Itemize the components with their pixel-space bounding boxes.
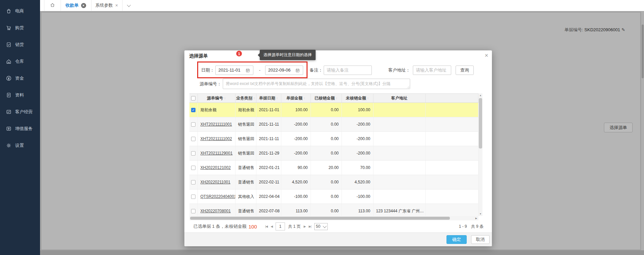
search-button[interactable]: 查询: [456, 66, 474, 75]
first-page-icon[interactable]: |◀: [265, 225, 267, 228]
tab-system-params[interactable]: 系统参数×: [91, 0, 122, 11]
tab-close-icon[interactable]: ×: [81, 3, 86, 8]
row-checkbox[interactable]: [191, 137, 195, 141]
sidebar-item-label: 购货: [15, 25, 24, 31]
row-checkbox-checked[interactable]: ✓: [191, 108, 195, 112]
sidebar-item-funds[interactable]: 资金: [0, 70, 40, 87]
remark-placeholder: 请输入备注: [327, 66, 349, 75]
source-doc-row[interactable]: XH20220211001普通销售2022-02-114,520.000.004…: [189, 175, 478, 189]
sidebar-menu: 电商购货销货仓库资金资料客户经营增值服务设置: [0, 0, 40, 154]
sort-arrow-icon[interactable]: ↑: [253, 96, 255, 100]
pagination: |◀ ◀ 1 共 1 页 ▶ ▶| 50: [265, 220, 328, 232]
source-doc-code[interactable]: XHT20211111001: [201, 122, 232, 127]
remark-filter-label: 备注：: [310, 66, 323, 75]
source-doc-row[interactable]: QTSR20220404001其他收入2022-04-04-100.000.00…: [189, 189, 478, 204]
scrollbar-thumb[interactable]: [479, 98, 482, 148]
page-size-value: 50: [316, 224, 320, 229]
cancel-button[interactable]: 取消: [471, 235, 490, 244]
column-header[interactable]: 单据金额↑: [281, 94, 311, 103]
source-no-placeholder: 将word excel txt文档中的单号复制粘贴到此处，支持以【空格、逗号、分…: [226, 79, 390, 89]
sidebar-item-value-added[interactable]: 增值服务: [0, 120, 40, 137]
home-tab-button[interactable]: [44, 0, 61, 11]
sort-arrow-icon[interactable]: ↑: [336, 96, 337, 100]
source-doc-row[interactable]: XH20220708001普通销售2022-07-08113.000.00113…: [189, 204, 478, 217]
source-doc-table: 源单编号↑业务类别↑单据日期↑单据金额↑已核销金额↑未核销金额↑客户地址 ✓期初…: [189, 93, 478, 216]
sidebar-item-label: 销货: [15, 42, 24, 48]
source-doc-code[interactable]: XHT20211129001: [201, 151, 233, 156]
calendar-icon[interactable]: [295, 68, 300, 73]
column-header[interactable]: 客户地址: [373, 94, 425, 103]
source-doc-row[interactable]: XHT20211111001销售退回2021-11-11-200.000.00-…: [189, 117, 478, 132]
remark-filter-input[interactable]: 请输入备注: [324, 66, 372, 75]
home-icon: [50, 2, 55, 9]
row-checkbox[interactable]: [191, 195, 195, 199]
row-checkbox[interactable]: [191, 151, 195, 156]
source-doc-code[interactable]: XH20220211001: [201, 180, 230, 184]
tab-list-dropdown[interactable]: [125, 0, 133, 11]
sidebar-item-customer-ops[interactable]: 客户经营: [0, 103, 40, 120]
sidebar-item-label: 仓库: [15, 58, 24, 65]
modal-close-icon[interactable]: ×: [485, 52, 488, 59]
select-all-checkbox[interactable]: [191, 96, 195, 100]
sort-arrow-icon[interactable]: ↑: [276, 96, 278, 100]
date-to-field[interactable]: 2022-09-06: [265, 66, 303, 75]
next-page-icon[interactable]: ▶: [304, 225, 306, 228]
prev-page-icon[interactable]: ◀: [271, 225, 273, 228]
row-checkbox[interactable]: [191, 166, 195, 170]
source-doc-code[interactable]: XH20220121002: [201, 165, 231, 170]
column-header[interactable]: 未核销金额↑: [342, 94, 373, 103]
sort-arrow-icon[interactable]: ↑: [367, 96, 369, 100]
date-from-value: 2021-11-01: [218, 66, 245, 75]
table-vertical-scrollbar[interactable]: ▲ ▼: [478, 93, 482, 216]
row-checkbox[interactable]: [191, 209, 195, 213]
row-checkbox[interactable]: [191, 180, 195, 184]
sidebar-item-label: 资料: [15, 92, 24, 98]
source-doc-row[interactable]: ✓期初余额期初余额2021-11-01100.000.00100.00: [189, 103, 478, 117]
page-size-select[interactable]: 50: [314, 223, 328, 230]
column-header[interactable]: 业务类别↑: [235, 94, 256, 103]
date-from-field[interactable]: 2021-11-01: [215, 66, 253, 75]
value-added-icon: [6, 126, 12, 132]
sidebar-item-data[interactable]: 资料: [0, 87, 40, 103]
source-doc-code[interactable]: XH20220708001: [201, 209, 231, 213]
sidebar-item-ecommerce[interactable]: 电商: [0, 3, 40, 19]
source-doc-row[interactable]: XH20220121002普通销售2022-01-2190.0020.0070.…: [189, 161, 478, 175]
resize-handle[interactable]: [407, 86, 409, 88]
select-source-modal: 选择源单 × 日期： 2021-11-01 - 2022-09-06 备注： 请…: [184, 50, 492, 246]
column-header[interactable]: 单据日期↑: [256, 94, 281, 103]
source-doc-code[interactable]: XHT20211111002: [201, 136, 232, 141]
sidebar-item-sales[interactable]: 销货: [0, 36, 40, 53]
scroll-up-icon[interactable]: ▲: [478, 93, 482, 97]
sidebar-item-label: 客户经营: [15, 109, 33, 115]
sidebar-item-purchase[interactable]: 购货: [0, 19, 40, 36]
modal-button-bar: 确定 取消: [184, 232, 492, 246]
sidebar-item-settings[interactable]: 设置: [0, 137, 40, 154]
tab-close-icon[interactable]: ×: [115, 3, 118, 8]
column-header[interactable]: 源单编号↑: [198, 94, 235, 103]
source-doc-row[interactable]: XHT20211111002销售退回2021-11-11-200.000.00-…: [189, 132, 478, 146]
sidebar-item-warehouse[interactable]: 仓库: [0, 53, 40, 70]
sort-arrow-icon[interactable]: ↑: [303, 96, 305, 100]
source-doc-code[interactable]: QTSR20220404001: [201, 194, 236, 199]
selected-amount: 100: [248, 224, 257, 229]
address-placeholder: 请输入客户地址: [416, 66, 446, 75]
sort-arrow-icon[interactable]: ↑: [224, 96, 226, 100]
last-page-icon[interactable]: ▶|: [309, 225, 311, 228]
calendar-icon[interactable]: [245, 68, 250, 73]
scroll-down-icon[interactable]: ▼: [478, 212, 482, 216]
source-doc-row[interactable]: XHT20211129001销售退回2021-11-29-200.000.00-…: [189, 146, 478, 161]
customer-address-input[interactable]: 请输入客户地址: [413, 66, 451, 75]
sidebar-item-label: 资金: [15, 75, 24, 81]
page-number-input[interactable]: 1: [276, 222, 285, 230]
source-no-textarea[interactable]: 将word excel txt文档中的单号复制粘贴到此处，支持以【空格、逗号、分…: [223, 79, 410, 89]
record-range-info: 1 - 9 共 9 条: [459, 220, 484, 232]
column-header[interactable]: 已核销金额↑: [311, 94, 342, 103]
scroll-right-icon[interactable]: ▶: [474, 216, 478, 220]
scrollbar-thumb[interactable]: [190, 217, 450, 220]
table-horizontal-scrollbar[interactable]: ▶: [189, 216, 478, 220]
tab-bar: 收款单× 系统参数×: [40, 0, 644, 11]
page-total-label: 共 1 页: [288, 224, 300, 229]
row-checkbox[interactable]: [191, 122, 195, 127]
tab-receipt-doc[interactable]: 收款单×: [60, 0, 92, 11]
confirm-button[interactable]: 确定: [446, 235, 467, 244]
